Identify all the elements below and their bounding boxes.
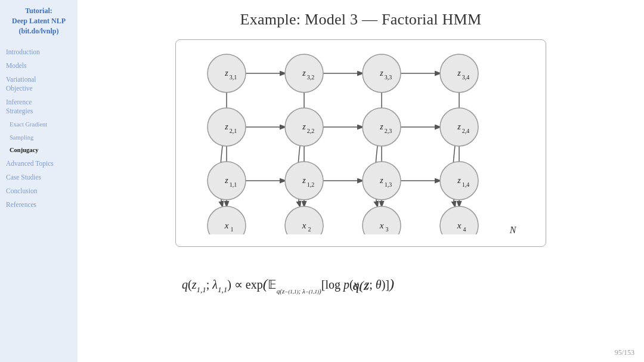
svg-text:1,1: 1,1 xyxy=(230,181,237,188)
sidebar-item-conclusion[interactable]: Conclusion xyxy=(5,184,73,198)
svg-text:x: x xyxy=(224,221,229,230)
svg-text:z: z xyxy=(224,122,228,131)
svg-text:x: x xyxy=(302,221,306,230)
svg-text:z: z xyxy=(302,122,306,131)
svg-text:z: z xyxy=(379,176,383,185)
sidebar-item-exact-gradient[interactable]: Exact Gradient xyxy=(5,118,73,131)
svg-text:3,2: 3,2 xyxy=(307,74,315,81)
sidebar-item-references[interactable]: References xyxy=(5,198,73,212)
svg-text:z: z xyxy=(302,69,306,78)
svg-text:1,2: 1,2 xyxy=(307,181,315,188)
svg-text:2: 2 xyxy=(308,226,311,233)
diagram-container: z 3,1 z 3,2 z 3,3 z 3,4 z 2,1 z 2,2 z 2,… xyxy=(175,39,546,247)
svg-text:1,3: 1,3 xyxy=(385,181,392,188)
svg-text:1: 1 xyxy=(231,226,234,233)
svg-text:4: 4 xyxy=(463,226,466,233)
svg-text:z: z xyxy=(457,176,461,185)
svg-text:3: 3 xyxy=(386,226,389,233)
formula: q(z q(z1,1; λ1,1) ∝ exp(𝔼q(z−(1,1); λ−(1… xyxy=(176,260,546,305)
main-content: Example: Model 3 — Factorial HMM xyxy=(78,0,644,362)
svg-text:z: z xyxy=(379,69,383,78)
sidebar-item-case-studies[interactable]: Case Studies xyxy=(5,171,73,184)
svg-text:z: z xyxy=(302,176,306,185)
sidebar-item-conjugacy[interactable]: Conjugacy xyxy=(5,144,73,157)
svg-text:2,3: 2,3 xyxy=(385,128,392,134)
sidebar-item-variational[interactable]: VariationalObjective xyxy=(5,73,73,95)
sidebar-item-advanced[interactable]: Advanced Topics xyxy=(5,157,73,171)
svg-text:z: z xyxy=(224,69,228,78)
factorial-hmm-diagram: z 3,1 z 3,2 z 3,3 z 3,4 z 2,1 z 2,2 z 2,… xyxy=(188,49,534,234)
sidebar: Tutorial:Deep Latent NLP(bit.do/lvnlp) I… xyxy=(0,0,78,362)
svg-text:2,4: 2,4 xyxy=(462,128,470,134)
svg-text:3,3: 3,3 xyxy=(385,74,392,81)
svg-text:3,1: 3,1 xyxy=(230,74,237,81)
svg-text:1,4: 1,4 xyxy=(462,181,470,188)
svg-text:z: z xyxy=(457,69,461,78)
slide-title: Example: Model 3 — Factorial HMM xyxy=(240,11,482,29)
svg-text:z: z xyxy=(457,122,461,131)
svg-text:3,4: 3,4 xyxy=(462,74,470,81)
svg-text:x: x xyxy=(379,221,384,230)
page-number: 95/153 xyxy=(615,348,634,357)
svg-text:x: x xyxy=(457,221,462,230)
sidebar-item-introduction[interactable]: Introduction xyxy=(5,45,73,59)
sidebar-item-sampling[interactable]: Sampling xyxy=(5,131,73,144)
sidebar-item-models[interactable]: Models xyxy=(5,59,73,73)
svg-text:2,1: 2,1 xyxy=(230,128,237,134)
svg-text:2,2: 2,2 xyxy=(307,128,315,134)
svg-text:z: z xyxy=(224,176,228,185)
svg-text:z: z xyxy=(379,122,383,131)
svg-text:N: N xyxy=(509,225,517,234)
sidebar-item-inference[interactable]: InferenceStrategies xyxy=(5,95,73,118)
sidebar-title: Tutorial:Deep Latent NLP(bit.do/lvnlp) xyxy=(5,6,73,36)
